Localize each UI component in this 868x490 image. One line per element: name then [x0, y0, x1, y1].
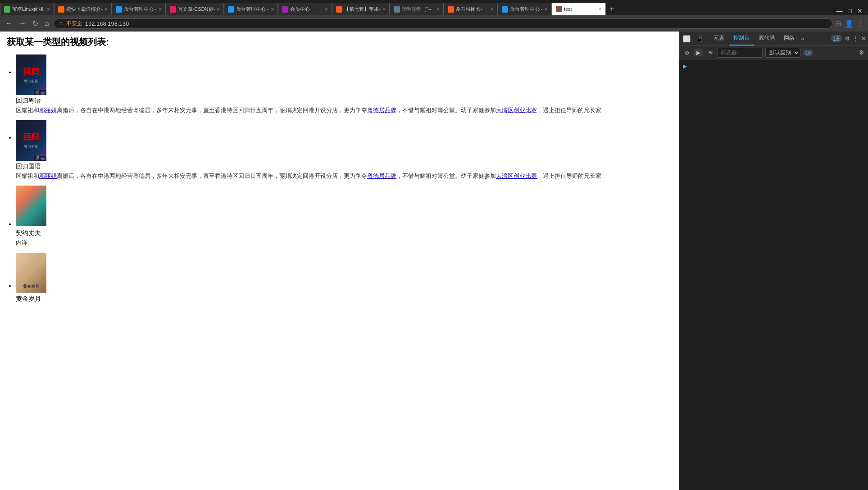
tab-1[interactable]: 宝塔Linux面板 ×	[0, 3, 54, 15]
link-denglijuan-2[interactable]: 邓丽娟	[39, 172, 57, 179]
tab-3[interactable]: 后台管理中心 - ×	[112, 3, 166, 15]
thumbnail-2: 回归 城市剪影 🎬 📺	[16, 120, 46, 161]
thumbnail-wrapper-2: 回归 城市剪影 🎬 📺	[16, 118, 46, 161]
address-text[interactable]: 192.168.198.130	[85, 20, 827, 27]
tab-elements[interactable]: 元素	[709, 32, 729, 45]
tab-close-8[interactable]: ×	[435, 6, 440, 13]
link-yuede-2[interactable]: 粤德居品牌	[367, 172, 396, 179]
devtools-secondary-toolbar: ⊘ ▶ 👁 默认级别 18 ⚙	[679, 46, 868, 59]
tab-close-3[interactable]: ×	[157, 6, 162, 13]
devtools-eye-icon[interactable]: 👁	[706, 49, 715, 57]
tab-favicon-6	[282, 6, 288, 13]
tab-9[interactable]: 杀马特团长- ×	[444, 3, 498, 15]
address-input-wrap[interactable]: ⚠ 不安全 192.168.198.130	[54, 18, 832, 29]
profile-icon[interactable]: 👤	[845, 19, 854, 28]
thumb-icon-4: 📺	[41, 156, 45, 160]
devtools-content-area[interactable]: ▶	[679, 59, 868, 490]
thumbnail-4: 黄金岁月	[16, 253, 46, 293]
tab-close-11[interactable]: ×	[597, 6, 602, 12]
close-button[interactable]: ✕	[855, 6, 864, 15]
devtools-close-icon[interactable]: ✕	[861, 35, 866, 42]
security-warning-icon: ⚠	[59, 20, 64, 27]
devtools-right-badge: 18	[803, 50, 813, 56]
devtools-tree-arrow[interactable]: ▶	[679, 61, 868, 71]
new-tab-button[interactable]: +	[606, 3, 618, 15]
link-yuede-1[interactable]: 粤德居品牌	[367, 107, 396, 113]
back-button[interactable]: ←	[4, 18, 14, 28]
poster-subtitle-2: 城市剪影	[23, 144, 39, 149]
tab-label-4: 写文章-CSDN标-	[178, 6, 215, 13]
tab-label-6: 会员中心	[290, 6, 310, 13]
thumb-icon-2: 📺	[41, 91, 45, 95]
tab-7[interactable]: 【第七套】苹果- ×	[332, 3, 390, 15]
devtools-more-tabs-icon[interactable]: »	[799, 33, 806, 44]
tab-label-7: 【第七套】苹果-	[344, 6, 381, 13]
poster-text-2: 回归	[23, 132, 39, 142]
restore-button[interactable]: □	[846, 6, 854, 15]
tab-favicon-11	[556, 6, 562, 12]
tab-close-1[interactable]: ×	[45, 6, 50, 13]
more-icon[interactable]: ⋮	[857, 19, 864, 28]
tab-close-9[interactable]: ×	[489, 6, 494, 13]
tab-favicon-9	[448, 6, 454, 13]
thumb-icon-3: 🎬	[35, 156, 40, 160]
list-item: 回归 城市剪影 🎬 📺 回归国语 区耀祖和邓丽娟离婚后，各自在中港两地经营粤德居…	[16, 118, 672, 181]
video-title-1: 回归粤语	[16, 97, 672, 105]
link-denglijuan-1[interactable]: 邓丽娟	[39, 107, 57, 113]
devtools-filter-input[interactable]	[718, 48, 763, 58]
tab-close-7[interactable]: ×	[381, 6, 386, 13]
link-dawan-2[interactable]: 大湾区创业比赛	[496, 172, 537, 179]
toolbar-right: ⊞ 👤 ⋮	[835, 19, 864, 28]
tab-10[interactable]: 后台管理中心 - ×	[498, 3, 552, 15]
video-desc-2: 区耀祖和邓丽娟离婚后，各自在中港两地经营粤德居，多年来相安无事，直至香港特区回归…	[16, 172, 672, 181]
tab-4[interactable]: 写文章-CSDN标- ×	[166, 3, 224, 15]
thumbnail-wrapper-1: 回归 城市剪影 🎬 📺	[16, 53, 46, 95]
tab-favicon-5	[228, 6, 234, 13]
tab-close-4[interactable]: ×	[215, 6, 220, 13]
devtools-level-select[interactable]: 默认级别	[765, 48, 800, 58]
devtools-settings-icon[interactable]: ⚙	[845, 35, 850, 42]
forward-button[interactable]: →	[17, 18, 28, 28]
extensions-icon[interactable]: ⊞	[835, 19, 841, 28]
reload-button[interactable]: ↻	[31, 18, 40, 29]
tab-close-2[interactable]: ×	[103, 6, 108, 13]
devtools-device-icon[interactable]: 📱	[694, 33, 705, 44]
browser-viewport[interactable]: 获取某一类型的视频列表: 回归 城市剪影 🎬 📺	[0, 32, 679, 490]
tab-label-5: 后台管理中心 -	[236, 6, 269, 13]
video-desc-3: 内详	[16, 238, 672, 247]
devtools-block-icon[interactable]: ⊘	[683, 49, 691, 57]
tab-2[interactable]: 捷快卜晕洋情介- ×	[54, 3, 112, 15]
tab-close-6[interactable]: ×	[323, 6, 328, 13]
tab-8[interactable]: 哔哩哔哩（"-- ×	[390, 3, 444, 15]
devtools-settings2-icon[interactable]: ⚙	[859, 49, 864, 56]
devtools-vertical-dots[interactable]: ⋮	[853, 35, 859, 42]
devtools-actions: 18 ⚙ ⋮ ✕	[831, 35, 866, 42]
devtools-frame-label: ▶	[694, 49, 703, 56]
devtools-tabs-bar: ⬜ 📱 元素 控制台 源代码 网络 » 18 ⚙ ⋮ ✕	[679, 32, 868, 46]
tab-network[interactable]: 网络	[779, 32, 799, 45]
tab-label-3: 后台管理中心 -	[124, 6, 157, 13]
tab-bar-actions: — □ ✕	[831, 6, 868, 15]
tab-sources[interactable]: 源代码	[754, 32, 779, 45]
tab-label-1: 宝塔Linux面板	[12, 6, 44, 13]
main-layout: 获取某一类型的视频列表: 回归 城市剪影 🎬 📺	[0, 32, 868, 490]
tab-favicon-7	[336, 6, 342, 13]
tab-favicon-4	[170, 6, 176, 13]
minimize-button[interactable]: —	[835, 6, 845, 15]
devtools-inspect-icon[interactable]: ⬜	[681, 33, 692, 44]
video-title-3: 契约丈夫	[16, 229, 672, 237]
home-button[interactable]: ⌂	[43, 18, 51, 28]
video-desc-1: 区耀祖和邓丽娟离婚后，各自在中港两地经营粤德居，多年来相安无事，直至香港特区回归…	[16, 106, 672, 115]
tab-5[interactable]: 后台管理中心 - ×	[224, 3, 278, 15]
tab-close-5[interactable]: ×	[269, 6, 274, 13]
thumb-overlay-2: 🎬 📺	[34, 156, 46, 161]
page-title: 获取某一类型的视频列表:	[7, 36, 672, 48]
tab-console[interactable]: 控制台	[729, 32, 754, 45]
address-bar: ← → ↻ ⌂ ⚠ 不安全 192.168.198.130 ⊞ 👤 ⋮	[0, 15, 868, 32]
thumb-overlay-1: 🎬 📺	[34, 90, 46, 95]
tab-11[interactable]: test ×	[552, 3, 606, 15]
tab-6[interactable]: 会员中心 ×	[278, 3, 332, 15]
link-dawan-1[interactable]: 大湾区创业比赛	[496, 107, 537, 113]
tab-close-10[interactable]: ×	[543, 6, 548, 13]
tab-favicon-2	[58, 6, 64, 13]
